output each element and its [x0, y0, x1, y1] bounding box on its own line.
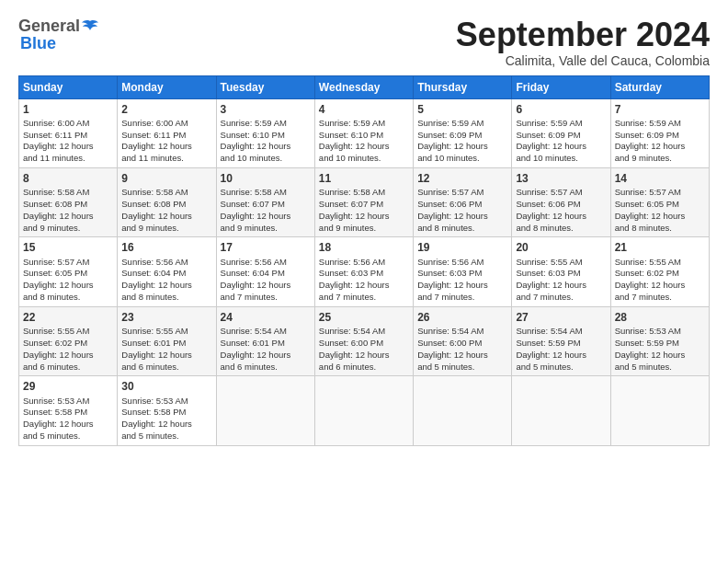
table-row [314, 376, 413, 445]
day-number: 14 [615, 171, 705, 186]
logo-general: General [18, 17, 80, 36]
sunrise-text: Sunrise: 5:54 AM [516, 326, 582, 336]
day-number: 15 [23, 240, 113, 255]
sunrise-text: Sunrise: 5:53 AM [23, 396, 89, 406]
sunrise-text: Sunrise: 5:53 AM [615, 326, 681, 336]
daylight-hours-text: Daylight: 12 hours [516, 350, 586, 360]
table-row: 7Sunrise: 5:59 AMSunset: 6:09 PMDaylight… [610, 98, 709, 167]
daylight-hours-text: Daylight: 12 hours [319, 280, 390, 290]
daylight-hours-text: Daylight: 12 hours [23, 350, 94, 360]
sunset-text: Sunset: 6:04 PM [221, 268, 285, 278]
logo: General Blue [18, 17, 100, 53]
sunset-text: Sunset: 6:09 PM [615, 130, 679, 140]
sunrise-text: Sunrise: 5:53 AM [121, 396, 188, 406]
table-row: 22Sunrise: 5:55 AMSunset: 6:02 PMDayligh… [19, 306, 118, 375]
daylight-minutes-text: and 11 minutes. [23, 153, 85, 163]
sunrise-text: Sunrise: 5:56 AM [121, 257, 188, 267]
daylight-minutes-text: and 10 minutes. [221, 153, 283, 163]
daylight-minutes-text: and 6 minutes. [121, 362, 178, 372]
table-row: 13Sunrise: 5:57 AMSunset: 6:06 PMDayligh… [512, 168, 610, 237]
day-number: 9 [121, 171, 211, 186]
sunrise-text: Sunrise: 5:56 AM [417, 257, 483, 267]
daylight-minutes-text: and 9 minutes. [319, 223, 376, 233]
sunset-text: Sunset: 6:01 PM [121, 338, 186, 348]
day-number: 12 [417, 171, 507, 186]
day-number: 11 [319, 171, 409, 186]
daylight-hours-text: Daylight: 12 hours [23, 141, 94, 151]
day-number: 26 [417, 310, 507, 325]
sunset-text: Sunset: 6:00 PM [417, 338, 482, 348]
daylight-minutes-text: and 8 minutes. [417, 223, 474, 233]
col-saturday: Saturday [610, 75, 709, 98]
sunset-text: Sunset: 6:06 PM [516, 199, 580, 209]
daylight-minutes-text: and 8 minutes. [615, 223, 672, 233]
daylight-hours-text: Daylight: 12 hours [221, 141, 291, 151]
table-row: 28Sunrise: 5:53 AMSunset: 5:59 PMDayligh… [610, 306, 709, 375]
sunset-text: Sunset: 6:07 PM [319, 199, 383, 209]
sunrise-text: Sunrise: 5:58 AM [319, 187, 385, 197]
sunset-text: Sunset: 6:03 PM [417, 268, 482, 278]
daylight-minutes-text: and 7 minutes. [319, 292, 376, 302]
sunrise-text: Sunrise: 5:59 AM [615, 118, 681, 128]
daylight-minutes-text: and 6 minutes. [319, 362, 376, 372]
table-row: 2Sunrise: 6:00 AMSunset: 6:11 PMDaylight… [118, 98, 216, 167]
daylight-hours-text: Daylight: 12 hours [417, 350, 488, 360]
daylight-hours-text: Daylight: 12 hours [221, 280, 291, 290]
day-number: 17 [221, 240, 311, 255]
daylight-minutes-text: and 8 minutes. [516, 223, 573, 233]
sunrise-text: Sunrise: 5:58 AM [121, 187, 188, 197]
day-number: 7 [615, 102, 705, 117]
day-number: 30 [121, 379, 211, 394]
sunset-text: Sunset: 6:11 PM [23, 130, 87, 140]
sunrise-text: Sunrise: 5:59 AM [417, 118, 483, 128]
title-block: September 2024 Calimita, Valle del Cauca… [456, 17, 710, 68]
daylight-hours-text: Daylight: 12 hours [23, 419, 94, 429]
daylight-minutes-text: and 9 minutes. [23, 223, 80, 233]
sunset-text: Sunset: 6:03 PM [516, 268, 580, 278]
calendar-row: 15Sunrise: 5:57 AMSunset: 6:05 PMDayligh… [19, 237, 710, 306]
sunset-text: Sunset: 6:06 PM [417, 199, 482, 209]
location-title: Calimita, Valle del Cauca, Colombia [456, 53, 710, 68]
sunrise-text: Sunrise: 5:57 AM [615, 187, 681, 197]
day-number: 25 [319, 310, 409, 325]
day-number: 28 [615, 310, 705, 325]
daylight-minutes-text: and 7 minutes. [417, 292, 474, 302]
table-row: 30Sunrise: 5:53 AMSunset: 5:58 PMDayligh… [118, 376, 216, 445]
sunset-text: Sunset: 5:59 PM [516, 338, 580, 348]
sunrise-text: Sunrise: 5:54 AM [221, 326, 287, 336]
daylight-hours-text: Daylight: 12 hours [615, 211, 686, 221]
sunset-text: Sunset: 6:01 PM [221, 338, 285, 348]
table-row: 8Sunrise: 5:58 AMSunset: 6:08 PMDaylight… [19, 168, 118, 237]
header-row: Sunday Monday Tuesday Wednesday Thursday… [19, 75, 710, 98]
sunrise-text: Sunrise: 5:54 AM [417, 326, 483, 336]
logo-blue: Blue [20, 34, 56, 53]
table-row: 14Sunrise: 5:57 AMSunset: 6:05 PMDayligh… [610, 168, 709, 237]
daylight-minutes-text: and 9 minutes. [121, 223, 178, 233]
daylight-hours-text: Daylight: 12 hours [516, 141, 586, 151]
day-number: 13 [516, 171, 606, 186]
day-number: 1 [23, 102, 113, 117]
sunrise-text: Sunrise: 5:55 AM [23, 326, 89, 336]
sunset-text: Sunset: 6:08 PM [23, 199, 87, 209]
day-number: 6 [516, 102, 606, 117]
daylight-hours-text: Daylight: 12 hours [319, 141, 390, 151]
calendar-page: General Blue September 2024 Calimita, Va… [0, 0, 728, 563]
sunset-text: Sunset: 6:04 PM [121, 268, 186, 278]
table-row: 27Sunrise: 5:54 AMSunset: 5:59 PMDayligh… [512, 306, 610, 375]
table-row: 4Sunrise: 5:59 AMSunset: 6:10 PMDaylight… [314, 98, 413, 167]
sunrise-text: Sunrise: 5:58 AM [23, 187, 89, 197]
daylight-hours-text: Daylight: 12 hours [615, 350, 686, 360]
daylight-hours-text: Daylight: 12 hours [417, 141, 488, 151]
daylight-minutes-text: and 9 minutes. [615, 153, 672, 163]
table-row: 5Sunrise: 5:59 AMSunset: 6:09 PMDaylight… [414, 98, 512, 167]
table-row: 12Sunrise: 5:57 AMSunset: 6:06 PMDayligh… [414, 168, 512, 237]
table-row: 23Sunrise: 5:55 AMSunset: 6:01 PMDayligh… [118, 306, 216, 375]
col-tuesday: Tuesday [216, 75, 314, 98]
sunset-text: Sunset: 6:03 PM [319, 268, 383, 278]
calendar-row: 1Sunrise: 6:00 AMSunset: 6:11 PMDaylight… [19, 98, 710, 167]
daylight-hours-text: Daylight: 12 hours [221, 211, 291, 221]
table-row: 29Sunrise: 5:53 AMSunset: 5:58 PMDayligh… [19, 376, 118, 445]
daylight-hours-text: Daylight: 12 hours [121, 280, 192, 290]
daylight-hours-text: Daylight: 12 hours [221, 350, 291, 360]
sunrise-text: Sunrise: 6:00 AM [23, 118, 89, 128]
